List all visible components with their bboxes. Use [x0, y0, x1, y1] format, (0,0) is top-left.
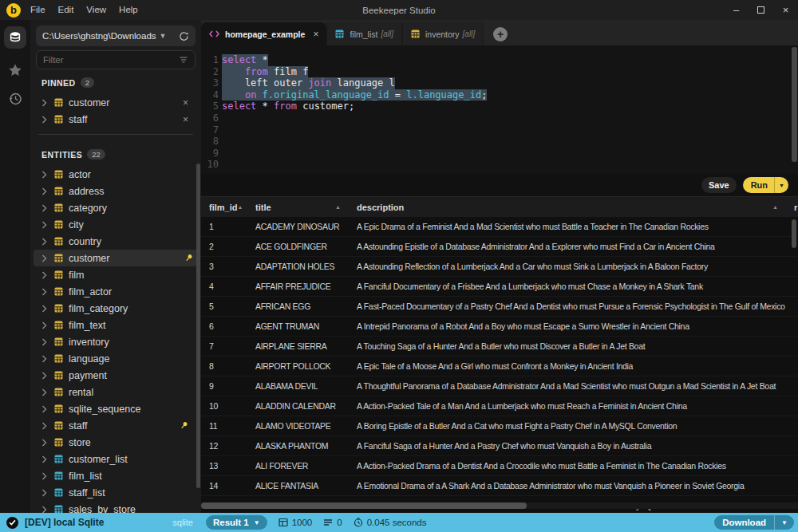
cell-film-id[interactable]: 10: [201, 401, 247, 411]
chevron-right-icon[interactable]: [41, 221, 51, 229]
sort-icon[interactable]: ▲: [237, 204, 243, 210]
chevron-right-icon[interactable]: [41, 338, 51, 346]
chevron-right-icon[interactable]: [41, 238, 51, 246]
column-header-description[interactable]: description ▲: [349, 203, 786, 212]
pin-icon[interactable]: [180, 421, 188, 430]
chevron-right-icon[interactable]: [41, 271, 51, 279]
entities-section-header[interactable]: ENTITIES 22: [41, 149, 105, 160]
table-row[interactable]: 14 ALICE FANTASIA A Emotional Drama of a…: [201, 476, 798, 496]
table-row[interactable]: 13 ALI FOREVER A Action-Packed Drama of …: [201, 456, 798, 476]
maximize-button[interactable]: [749, 0, 773, 20]
entity-filter-input[interactable]: Filter: [36, 50, 196, 69]
cell-description[interactable]: A Thoughtful Panorama of a Database Admi…: [349, 381, 798, 391]
entity-item-film_text[interactable]: film_text ×: [30, 317, 201, 333]
entity-item-payment[interactable]: payment ×: [30, 367, 201, 384]
cell-title[interactable]: ACE GOLDFINGER: [247, 242, 349, 251]
entity-item-actor[interactable]: actor ×: [30, 166, 201, 183]
column-header-title[interactable]: title ▲: [247, 203, 349, 212]
cell-film-id[interactable]: 3: [201, 262, 247, 271]
cell-description[interactable]: A Action-Packed Tale of a Man And a Lumb…: [349, 401, 798, 411]
save-button[interactable]: Save: [701, 177, 737, 193]
entity-item-film_category[interactable]: film_category ×: [30, 300, 201, 317]
chevron-right-icon[interactable]: [41, 204, 51, 212]
entity-item-staff[interactable]: staff ×: [30, 417, 201, 434]
cell-description[interactable]: A Fanciful Documentary of a Frisbee And …: [349, 282, 798, 291]
cell-title[interactable]: ALI FOREVER: [247, 461, 349, 471]
sort-icon[interactable]: ▲: [335, 204, 341, 210]
entity-item-film_list[interactable]: film_list ×: [30, 467, 201, 484]
unpin-icon[interactable]: ×: [183, 97, 188, 108]
cell-description[interactable]: A Epic Tale of a Moose And a Girl who mu…: [349, 361, 798, 371]
entity-item-film_actor[interactable]: film_actor ×: [30, 283, 201, 300]
connection-selector[interactable]: C:\Users\ghstng\Downloads ▼: [36, 26, 196, 46]
table-row[interactable]: 1 ACADEMY DINOSAUR A Epic Drama of a Fem…: [201, 217, 798, 237]
chevron-right-icon[interactable]: [41, 405, 51, 413]
entity-item-category[interactable]: category ×: [30, 199, 201, 216]
cell-film-id[interactable]: 4: [201, 282, 247, 291]
cell-film-id[interactable]: 11: [201, 421, 247, 431]
chevron-right-icon[interactable]: [41, 116, 51, 124]
run-button[interactable]: Run ▼: [743, 177, 788, 193]
cell-film-id[interactable]: 12: [201, 441, 247, 451]
cell-film-id[interactable]: 2: [201, 242, 247, 251]
table-row[interactable]: 5 AFRICAN EGG A Fast-Paced Documentary o…: [201, 297, 798, 317]
sidebar-scrollbar[interactable]: [196, 164, 200, 488]
column-header-next[interactable]: r: [786, 203, 798, 212]
run-options-caret-icon[interactable]: ▼: [775, 183, 788, 188]
cell-title[interactable]: ALASKA PHANTOM: [247, 441, 349, 451]
entity-item-staff_list[interactable]: staff_list ×: [30, 484, 201, 501]
table-row[interactable]: 9 ALABAMA DEVIL A Thoughtful Panorama of…: [201, 376, 798, 396]
cell-title[interactable]: ACADEMY DINOSAUR: [247, 222, 349, 231]
cell-description[interactable]: A Intrepid Panorama of a Robot And a Boy…: [349, 321, 798, 331]
cell-description[interactable]: A Emotional Drama of a A Shark And a Dat…: [349, 481, 798, 491]
sort-icon[interactable]: ▲: [772, 204, 778, 210]
chevron-right-icon[interactable]: [41, 171, 51, 179]
chevron-right-icon[interactable]: [41, 489, 51, 497]
cell-film-id[interactable]: 1: [201, 222, 247, 231]
cell-description[interactable]: A Astounding Reflection of a Lumberjack …: [349, 262, 798, 271]
cell-title[interactable]: ALADDIN CALENDAR: [247, 401, 349, 411]
chevron-right-icon[interactable]: [41, 372, 51, 380]
table-row[interactable]: 3 ADAPTATION HOLES A Astounding Reflecti…: [201, 257, 798, 277]
chevron-right-icon[interactable]: [41, 288, 51, 296]
cell-description[interactable]: A Fanciful Saga of a Hunter And a Pastry…: [349, 441, 798, 451]
entity-item-city[interactable]: city ×: [30, 216, 201, 233]
entity-item-address[interactable]: address ×: [30, 183, 201, 199]
download-button[interactable]: Download ▼: [714, 515, 794, 530]
cell-film-id[interactable]: 9: [201, 381, 247, 391]
table-row[interactable]: 4 AFFAIR PREJUDICE A Fanciful Documentar…: [201, 277, 798, 297]
cell-title[interactable]: AIRPLANE SIERRA: [247, 341, 349, 351]
cell-description[interactable]: A Touching Saga of a Hunter And a Butler…: [349, 341, 798, 351]
close-tab-icon[interactable]: ×: [313, 29, 318, 40]
result-selector[interactable]: Result 1 ▼: [206, 515, 267, 530]
chevron-right-icon[interactable]: [41, 305, 51, 313]
table-row[interactable]: 12 ALASKA PHANTOM A Fanciful Saga of a H…: [201, 436, 798, 456]
cell-title[interactable]: ALICE FANTASIA: [247, 481, 349, 491]
favorites-icon[interactable]: [8, 63, 22, 77]
close-button[interactable]: ×: [773, 0, 798, 20]
table-row[interactable]: 11 ALAMO VIDEOTAPE A Boring Epistle of a…: [201, 416, 798, 436]
table-row[interactable]: 10 ALADDIN CALENDAR A Action-Packed Tale…: [201, 396, 798, 416]
table-row[interactable]: 6 AGENT TRUMAN A Intrepid Panorama of a …: [201, 317, 798, 337]
entity-item-customer_list[interactable]: customer_list ×: [30, 451, 201, 467]
cell-title[interactable]: ALABAMA DEVIL: [247, 381, 349, 391]
sql-editor[interactable]: 1 select * 2 from film f 3 left outer jo…: [201, 45, 798, 174]
chevron-right-icon[interactable]: [41, 388, 51, 396]
chevron-right-icon[interactable]: [41, 187, 51, 195]
hscroll-thumb[interactable]: [201, 502, 527, 509]
cell-film-id[interactable]: 6: [201, 321, 247, 331]
column-header-film-id[interactable]: film_id ▲: [201, 203, 247, 212]
database-icon[interactable]: [4, 26, 26, 49]
entity-item-film[interactable]: film ×: [30, 266, 201, 283]
chevron-right-icon[interactable]: [41, 99, 51, 107]
chevron-right-icon[interactable]: [41, 355, 51, 363]
chevron-right-icon[interactable]: [41, 439, 51, 447]
entity-item-customer[interactable]: customer ×: [30, 94, 201, 111]
cell-film-id[interactable]: 14: [201, 481, 247, 491]
cell-description[interactable]: A Action-Packed Drama of a Dentist And a…: [349, 461, 798, 471]
entity-item-sqlite_sequence[interactable]: sqlite_sequence ×: [30, 400, 201, 417]
table-row[interactable]: 2 ACE GOLDFINGER A Astounding Epistle of…: [201, 237, 798, 257]
cell-title[interactable]: AGENT TRUMAN: [247, 321, 349, 331]
entity-item-sales_by_store[interactable]: sales_by_store ×: [30, 501, 201, 513]
chevron-right-icon[interactable]: [41, 455, 51, 463]
